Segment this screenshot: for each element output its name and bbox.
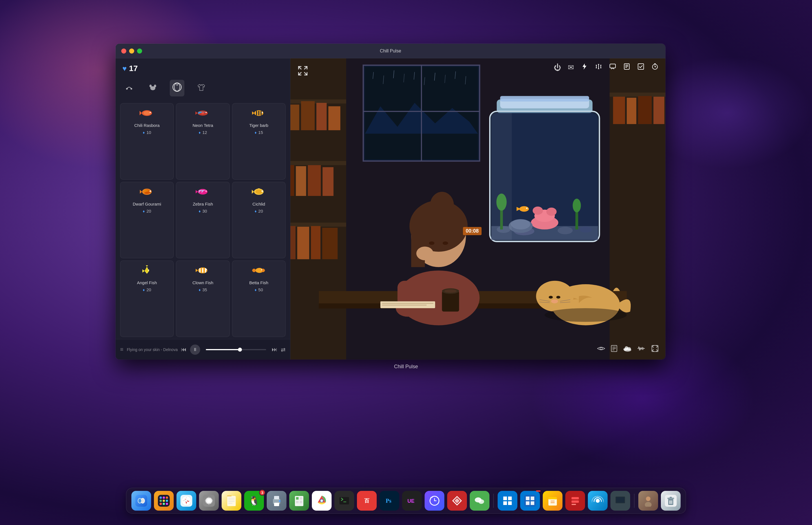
- svg-point-177: [163, 496, 165, 499]
- fish-card-chili-rasbora[interactable]: Chili Rasbora ♦ 10: [120, 103, 174, 180]
- bottom-right-icons: [597, 345, 659, 354]
- svg-rect-153: [638, 64, 644, 69]
- fullscreen-bottom-icon[interactable]: [651, 345, 659, 354]
- svg-point-179: [160, 500, 162, 502]
- maximize-button[interactable]: [137, 48, 142, 54]
- svg-point-132: [519, 206, 529, 211]
- dock-icon-windows1[interactable]: [498, 491, 517, 511]
- dock-icon-numbers[interactable]: [289, 491, 309, 511]
- waveform-icon[interactable]: [637, 345, 646, 353]
- svg-rect-228: [508, 496, 512, 500]
- nav-icon-shirt[interactable]: [195, 81, 208, 95]
- dock-icon-tencent[interactable]: 🐧 3: [244, 491, 264, 511]
- dock-icon-person[interactable]: [638, 491, 658, 511]
- dock-icon-windows2[interactable]: [520, 491, 540, 511]
- svg-rect-237: [548, 497, 557, 499]
- nav-icon-profile[interactable]: [122, 81, 136, 95]
- svg-point-183: [163, 503, 165, 505]
- svg-point-184: [166, 503, 168, 505]
- dock-icon-terminal[interactable]: [334, 491, 354, 511]
- minimize-button[interactable]: [129, 48, 134, 54]
- fish-card-betta-fish[interactable]: Betta Fish ♦ 50: [232, 260, 286, 337]
- bolt-icon[interactable]: [581, 63, 588, 72]
- time-badge: 00:08: [463, 227, 482, 235]
- svg-rect-64: [638, 96, 652, 124]
- player-next-button[interactable]: ⏭: [272, 346, 277, 353]
- dock-icon-wechat[interactable]: [470, 491, 490, 511]
- svg-rect-51: [308, 165, 321, 196]
- svg-point-104: [557, 288, 563, 293]
- dock: 🐧 3 百 Ps UE: [126, 488, 686, 514]
- eye-icon[interactable]: [597, 345, 605, 353]
- svg-text:百: 百: [364, 498, 370, 504]
- dock-icon-launchpad[interactable]: [154, 491, 174, 511]
- fish-name-angel-fish: Angel Fish: [137, 280, 157, 285]
- dock-icon-finder[interactable]: [131, 491, 151, 511]
- dock-icon-archive[interactable]: [543, 491, 562, 511]
- dock-icon-chrome[interactable]: [312, 491, 332, 511]
- fish-card-neon-tetra[interactable]: Neon Tetra ♦ 12: [176, 103, 229, 180]
- chat-icon[interactable]: [609, 63, 616, 72]
- note-icon[interactable]: [611, 345, 617, 354]
- tools-icon[interactable]: [595, 63, 602, 72]
- fish-card-tiger-barb[interactable]: Tiger barb ♦ 15: [232, 103, 286, 180]
- player-menu-icon[interactable]: ≡: [120, 346, 123, 353]
- player-progress-bar[interactable]: [206, 349, 266, 350]
- svg-rect-229: [503, 501, 507, 505]
- svg-point-168: [624, 348, 631, 351]
- svg-point-160: [600, 347, 602, 350]
- svg-rect-56: [290, 226, 296, 259]
- top-icons-bar: ⏻ ✉: [554, 63, 659, 72]
- fish-icon-dwarf-gourami: [139, 187, 154, 199]
- fish-card-clown-fish[interactable]: Clown Fish ♦ 35: [176, 260, 229, 337]
- timer-icon[interactable]: [651, 63, 659, 72]
- dock-icon-baidu[interactable]: 百: [357, 491, 377, 511]
- svg-point-250: [645, 502, 651, 507]
- svg-point-89: [430, 192, 454, 219]
- dock-icon-airdrop[interactable]: [588, 491, 607, 511]
- fish-card-cichlid[interactable]: Cichlid ♦ 20: [232, 182, 286, 258]
- svg-rect-194: [227, 496, 236, 506]
- svg-rect-235: [531, 501, 534, 505]
- dock-icon-monitor[interactable]: [611, 491, 630, 511]
- main-content: ♥ 17: [116, 58, 665, 360]
- svg-point-173: [138, 499, 141, 503]
- svg-point-7: [177, 84, 178, 86]
- dock-icon-notes[interactable]: [222, 491, 241, 511]
- dock-icon-printer[interactable]: [267, 491, 286, 511]
- dock-icon-settings[interactable]: [199, 491, 219, 511]
- nav-icon-fish[interactable]: [170, 80, 184, 96]
- svg-point-178: [166, 496, 168, 499]
- heart-score: ♥ 17: [122, 64, 138, 73]
- fullscreen-icon[interactable]: [297, 65, 309, 79]
- dock-icon-archiver[interactable]: [565, 491, 585, 511]
- book-icon[interactable]: [623, 63, 630, 72]
- svg-rect-100: [382, 305, 426, 305]
- fish-price-neon-tetra: ♦ 12: [199, 130, 207, 135]
- player-prev-button[interactable]: ⏮: [181, 346, 187, 353]
- dock-icon-ue[interactable]: UE: [402, 491, 422, 511]
- dock-icon-photoshop[interactable]: Ps: [379, 491, 399, 511]
- left-header: ♥ 17: [116, 58, 290, 77]
- power-icon[interactable]: ⏻: [554, 63, 561, 72]
- svg-point-138: [545, 308, 627, 322]
- dock-icon-trash[interactable]: [661, 491, 681, 511]
- weather-icon[interactable]: [623, 345, 632, 353]
- fish-card-zebra-fish[interactable]: Zebra Fish ♦ 30: [176, 182, 229, 258]
- fish-price-cichlid: ♦ 20: [255, 209, 263, 213]
- svg-point-129: [573, 199, 581, 213]
- fish-card-angel-fish[interactable]: Angel Fish ♦ 20: [120, 260, 174, 337]
- svg-rect-242: [571, 500, 579, 503]
- check-icon[interactable]: [637, 63, 645, 72]
- svg-point-0: [126, 88, 128, 90]
- dock-icon-timetravel[interactable]: [425, 491, 444, 511]
- player-play-button[interactable]: ⏸: [190, 345, 200, 355]
- nav-icon-pets[interactable]: [146, 81, 160, 95]
- dock-icon-codeapp[interactable]: [447, 491, 467, 511]
- player-repeat-button[interactable]: ⇄: [281, 346, 286, 353]
- fish-card-dwarf-gourami[interactable]: Dwarf Gourami ♦ 20: [120, 182, 174, 258]
- dock-divider-2: [634, 494, 634, 508]
- close-button[interactable]: [121, 48, 126, 54]
- dock-icon-safari[interactable]: [177, 491, 196, 511]
- mail-icon[interactable]: ✉: [568, 63, 574, 72]
